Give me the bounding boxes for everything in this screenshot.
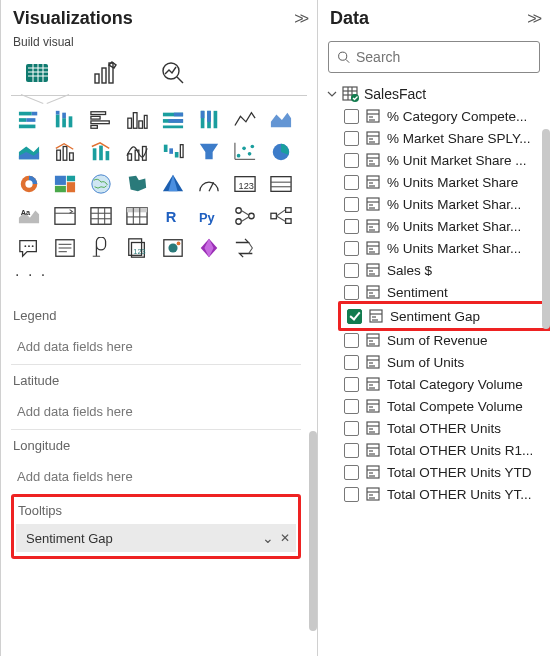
svg-point-61 xyxy=(25,180,32,187)
field-row[interactable]: Sentiment xyxy=(342,281,550,303)
field-checkbox[interactable] xyxy=(347,309,362,324)
field-row[interactable]: % Units Market Share xyxy=(342,171,550,193)
field-checkbox[interactable] xyxy=(344,421,359,436)
field-checkbox[interactable] xyxy=(344,465,359,480)
filled-map-icon[interactable] xyxy=(121,170,153,198)
field-checkbox[interactable] xyxy=(344,355,359,370)
field-row[interactable]: Sales $ xyxy=(342,259,550,281)
chevron-down-icon[interactable]: ⌄ xyxy=(262,530,274,546)
automate-icon[interactable] xyxy=(229,234,261,262)
donut-icon[interactable] xyxy=(13,170,45,198)
field-row[interactable]: % Units Market Shar... xyxy=(342,193,550,215)
field-row[interactable]: Sentiment Gap xyxy=(345,305,547,327)
field-row[interactable]: % Units Market Shar... xyxy=(342,237,550,259)
field-checkbox[interactable] xyxy=(344,377,359,392)
narrative-icon[interactable] xyxy=(49,234,81,262)
field-checkbox[interactable] xyxy=(344,487,359,502)
ribbon-icon[interactable] xyxy=(121,138,153,166)
stacked-bar-icon[interactable] xyxy=(13,106,45,134)
treemap-icon[interactable] xyxy=(49,170,81,198)
table-icon[interactable] xyxy=(85,202,117,230)
line-col-icon[interactable] xyxy=(49,138,81,166)
field-checkbox[interactable] xyxy=(344,241,359,256)
field-row[interactable]: % Unit Market Share ... xyxy=(342,149,550,171)
clustered-bar-icon[interactable] xyxy=(85,106,117,134)
waterfall-icon[interactable] xyxy=(157,138,189,166)
stacked-col-icon[interactable] xyxy=(49,106,81,134)
multi-card-icon[interactable] xyxy=(265,170,297,198)
well-latitude-drop[interactable]: Add data fields here xyxy=(11,394,301,429)
line-stackcol-icon[interactable] xyxy=(85,138,117,166)
gauge-icon[interactable] xyxy=(193,170,225,198)
area-icon[interactable] xyxy=(265,106,297,134)
map-icon[interactable] xyxy=(85,170,117,198)
r-visual-icon[interactable]: R xyxy=(157,202,189,230)
field-checkbox[interactable] xyxy=(344,197,359,212)
field-row[interactable]: Total OTHER Units xyxy=(342,417,550,439)
field-checkbox[interactable] xyxy=(344,131,359,146)
stacked-area-icon[interactable] xyxy=(13,138,45,166)
field-row[interactable]: Sum of Units xyxy=(342,351,550,373)
data-scrollbar[interactable] xyxy=(542,129,550,329)
collapse-viz-icon[interactable]: >> xyxy=(294,10,305,28)
field-checkbox[interactable] xyxy=(344,443,359,458)
card-icon[interactable]: 123 xyxy=(229,170,261,198)
tab-format-visual[interactable] xyxy=(85,55,125,91)
matrix-icon[interactable] xyxy=(121,202,153,230)
goals-icon[interactable] xyxy=(85,234,117,262)
funnel-icon[interactable] xyxy=(193,138,225,166)
py-visual-icon[interactable]: Py xyxy=(193,202,225,230)
svg-text:123: 123 xyxy=(239,181,254,191)
svg-text:Py: Py xyxy=(199,210,216,225)
key-influencers-icon[interactable] xyxy=(229,202,261,230)
tab-build-visual[interactable] xyxy=(17,55,57,91)
100stacked-col-icon[interactable] xyxy=(193,106,225,134)
powerapps-icon[interactable] xyxy=(193,234,225,262)
svg-rect-28 xyxy=(139,121,143,128)
field-checkbox[interactable] xyxy=(344,399,359,414)
field-checkbox[interactable] xyxy=(344,109,359,124)
field-checkbox[interactable] xyxy=(344,219,359,234)
field-label: Sentiment xyxy=(387,285,448,300)
field-row[interactable]: Total Category Volume xyxy=(342,373,550,395)
clustered-col-icon[interactable] xyxy=(121,106,153,134)
well-longitude-drop[interactable]: Add data fields here xyxy=(11,459,301,494)
field-row[interactable]: Total OTHER Units YTD xyxy=(342,461,550,483)
azure-map-icon[interactable] xyxy=(157,170,189,198)
arcgis-icon[interactable] xyxy=(157,234,189,262)
field-row[interactable]: % Category Compete... xyxy=(342,105,550,127)
svg-point-10 xyxy=(163,63,179,79)
kpi-icon[interactable]: Aa xyxy=(13,202,45,230)
table-salesfact[interactable]: SalesFact xyxy=(324,83,550,105)
search-input[interactable] xyxy=(356,49,531,65)
field-checkbox[interactable] xyxy=(344,333,359,348)
field-checkbox[interactable] xyxy=(344,175,359,190)
field-row[interactable]: Total OTHER Units R1... xyxy=(342,439,550,461)
paginated-icon[interactable]: 123 xyxy=(121,234,153,262)
slicer-icon[interactable] xyxy=(49,202,81,230)
field-checkbox[interactable] xyxy=(344,285,359,300)
qna-icon[interactable] xyxy=(13,234,45,262)
more-visuals-button[interactable]: · · · xyxy=(11,264,311,286)
field-checkbox[interactable] xyxy=(344,153,359,168)
measure-icon xyxy=(365,240,381,256)
well-legend-drop[interactable]: Add data fields here xyxy=(11,329,301,364)
scatter-icon[interactable] xyxy=(229,138,261,166)
viz-scrollbar[interactable] xyxy=(309,431,317,631)
pie-icon[interactable] xyxy=(265,138,297,166)
tab-analytics[interactable] xyxy=(153,55,193,91)
100stacked-bar-icon[interactable] xyxy=(157,106,189,134)
measure-icon xyxy=(365,218,381,234)
field-row[interactable]: Total OTHER Units YT... xyxy=(342,483,550,505)
search-input-wrap[interactable] xyxy=(328,41,540,73)
remove-field-icon[interactable]: ✕ xyxy=(280,531,290,545)
tooltips-field-chip[interactable]: Sentiment Gap ⌄ ✕ xyxy=(16,524,296,552)
line-icon[interactable] xyxy=(229,106,261,134)
field-checkbox[interactable] xyxy=(344,263,359,278)
collapse-data-icon[interactable]: >> xyxy=(527,10,538,28)
decomposition-icon[interactable] xyxy=(265,202,297,230)
field-row[interactable]: Sum of Revenue xyxy=(342,329,550,351)
field-row[interactable]: % Units Market Shar... xyxy=(342,215,550,237)
field-row[interactable]: % Market Share SPLY... xyxy=(342,127,550,149)
field-row[interactable]: Total Compete Volume xyxy=(342,395,550,417)
